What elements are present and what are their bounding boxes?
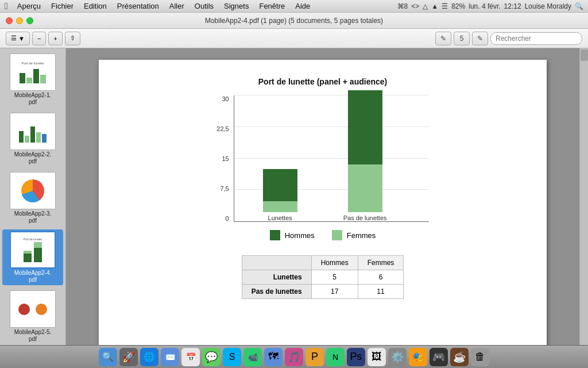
legend-femmes-label: Femmes — [347, 231, 376, 240]
menu-fichier[interactable]: Fichier — [47, 1, 78, 12]
dock-trash[interactable]: 🗑 — [471, 348, 489, 366]
bar-femmes-lunettes — [263, 201, 297, 212]
search-icon[interactable]: 🔍 — [575, 2, 583, 10]
dock-safari[interactable]: 🌐 — [140, 348, 158, 366]
bar-label-lunettes: Lunettes — [268, 214, 292, 221]
table-row-lunettes: Lunettes 5 6 — [242, 270, 404, 285]
legend-femmes: Femmes — [332, 230, 376, 240]
bar-group-paslunettes: Pas de lunettes — [343, 90, 387, 221]
dock-preview[interactable]: 🖼 — [368, 348, 386, 366]
y-axis: 0 7,5 15 22,5 30 — [216, 95, 229, 222]
zoom-in-icon: + — [53, 35, 57, 42]
search-input[interactable] — [490, 32, 582, 45]
dock-maps[interactable]: 🗺 — [264, 348, 283, 366]
scroll-thumb[interactable] — [581, 49, 588, 61]
bar-group-lunettes: Lunettes — [263, 169, 297, 221]
menu-edition[interactable]: Edition — [79, 1, 111, 12]
minimize-button[interactable] — [16, 17, 23, 24]
toolbar-view-btn[interactable]: ☰ ▼ — [6, 32, 30, 45]
menu-presentation[interactable]: Présentation — [113, 1, 164, 12]
menu-aide[interactable]: Aide — [291, 1, 315, 12]
dock-numbers[interactable]: N — [326, 348, 345, 366]
toolbar: ☰ ▼ − + ⇧ ✎ 5 ✎ — [0, 29, 588, 48]
dock-skype[interactable]: S — [223, 348, 241, 366]
stacked-bar-paslunettes — [348, 90, 382, 212]
thumbnail-1: Port de lunette — [10, 53, 56, 91]
sidebar-label-4: MobileApp2-4. pdf — [14, 270, 51, 283]
chart-legend: Hommes Femmes — [270, 230, 376, 240]
legend-hommes: Hommes — [270, 230, 315, 240]
dock-launchpad[interactable]: 🚀 — [119, 348, 138, 366]
table-cell-paslunettes-femmes: 11 — [358, 285, 404, 299]
table-row-label-lunettes: Lunettes — [242, 270, 311, 285]
dock-coffee[interactable]: ☕ — [450, 348, 469, 366]
chart-plot: Lunettes Pas de lunettes — [234, 95, 429, 222]
dock-system-prefs[interactable]: ⚙️ — [388, 348, 407, 366]
sidebar-item-1[interactable]: Port de lunette MobileApp2-1. pdf — [2, 52, 63, 108]
table-header-hommes: Hommes — [311, 256, 358, 270]
chart-title: Port de lunette (panel + audience) — [258, 77, 387, 86]
sidebar-label-1: MobileApp2-1. pdf — [14, 92, 51, 106]
y-label-15: 15 — [222, 155, 229, 162]
titlebar: MobileApp2-4.pdf (1 page) (5 documents, … — [0, 13, 588, 29]
dock-mail[interactable]: ✉️ — [161, 348, 179, 366]
menu-signets[interactable]: Signets — [219, 1, 253, 12]
view-icon: ☰ — [11, 34, 17, 42]
dock-vlc[interactable]: 🎭 — [409, 348, 427, 366]
menubar-status: ⌘8 <> △ ▲ ☰ 82% lun. 4 févr. 12:12 Louis… — [397, 2, 583, 10]
data-table: Hommes Femmes Lunettes 5 6 Pas de lunett… — [242, 255, 404, 299]
apple-menu[interactable]:  — [5, 1, 8, 12]
toolbar-annotate-btn[interactable]: ✎ — [435, 32, 451, 45]
scrollbar[interactable] — [579, 48, 588, 345]
maximize-button[interactable] — [26, 17, 33, 24]
menu-outils[interactable]: Outils — [190, 1, 218, 12]
dock-messages[interactable]: 💬 — [202, 348, 220, 366]
menu-fenetre[interactable]: Fenêtre — [254, 1, 289, 12]
sidebar-item-3[interactable]: MobileApp2-3. pdf — [2, 170, 63, 226]
zoom-out-icon: − — [37, 35, 41, 42]
sidebar-label-2: MobileApp2-2. pdf — [14, 151, 51, 165]
table-row-label-paslunettes: Pas de lunettes — [242, 285, 311, 299]
legend-hommes-box — [270, 230, 280, 240]
table-header-empty — [242, 256, 311, 270]
bar-label-paslunettes: Pas de lunettes — [343, 214, 387, 221]
table-row-paslunettes: Pas de lunettes 17 11 — [242, 285, 404, 299]
close-button[interactable] — [6, 17, 13, 24]
table-cell-paslunettes-hommes: 17 — [311, 285, 358, 299]
menu-aller[interactable]: Aller — [165, 1, 189, 12]
sidebar-item-2[interactable]: MobileApp2-2. pdf — [2, 111, 63, 167]
dock-calendar[interactable]: 📅 — [181, 348, 200, 366]
thumbnail-4: Port de lunette — [10, 231, 56, 269]
toolbar-zoom-out-btn[interactable]: − — [32, 32, 46, 45]
y-label-30: 30 — [222, 95, 229, 102]
thumbnail-3 — [10, 172, 56, 209]
pdf-page: Port de lunette (panel + audience) 0 7,5… — [99, 60, 547, 345]
menu-apercu[interactable]: Aperçu — [13, 1, 45, 12]
content-area: Port de lunette (panel + audience) 0 7,5… — [66, 48, 579, 345]
dock-pages[interactable]: P — [305, 348, 324, 366]
dock-facetime[interactable]: 📹 — [243, 348, 262, 366]
legend-hommes-label: Hommes — [285, 231, 315, 240]
table-cell-lunettes-hommes: 5 — [311, 270, 358, 285]
sidebar-label-3: MobileApp2-3. pdf — [14, 210, 51, 224]
sidebar: Port de lunette MobileApp2-1. pdf — [0, 48, 66, 345]
dock-photoshop[interactable]: Ps — [347, 348, 365, 366]
dock-steam[interactable]: 🎮 — [430, 348, 448, 366]
dock-finder[interactable]: 🔍 — [99, 348, 117, 366]
table-header-femmes: Femmes — [358, 256, 404, 270]
toolbar-zoom-in-btn[interactable]: + — [48, 32, 62, 45]
dock-itunes[interactable]: 🎵 — [285, 348, 303, 366]
sidebar-item-4[interactable]: Port de lunette MobileApp2-4. pdf — [2, 229, 63, 285]
share-icon: ⇧ — [70, 34, 75, 42]
toolbar-share-btn[interactable]: ⇧ — [65, 32, 80, 45]
toolbar-edit-btn[interactable]: ✎ — [472, 32, 488, 45]
window-controls[interactable] — [6, 17, 33, 24]
dock: 🔍 🚀 🌐 ✉️ 📅 💬 S 📹 🗺 🎵 P N Ps 🖼 ⚙️ 🎭 🎮 ☕ 🗑 — [0, 345, 588, 368]
bar-hommes-paslunettes — [348, 90, 382, 164]
y-label-225: 22,5 — [216, 125, 229, 132]
toolbar-right: ✎ 5 ✎ — [435, 32, 582, 45]
stacked-bar-lunettes — [263, 169, 297, 212]
sidebar-item-5[interactable]: MobileApp2-5. pdf — [2, 289, 63, 344]
menubar:  Aperçu Fichier Edition Présentation Al… — [0, 0, 588, 13]
toolbar-nav-btn[interactable]: 5 — [454, 32, 470, 45]
